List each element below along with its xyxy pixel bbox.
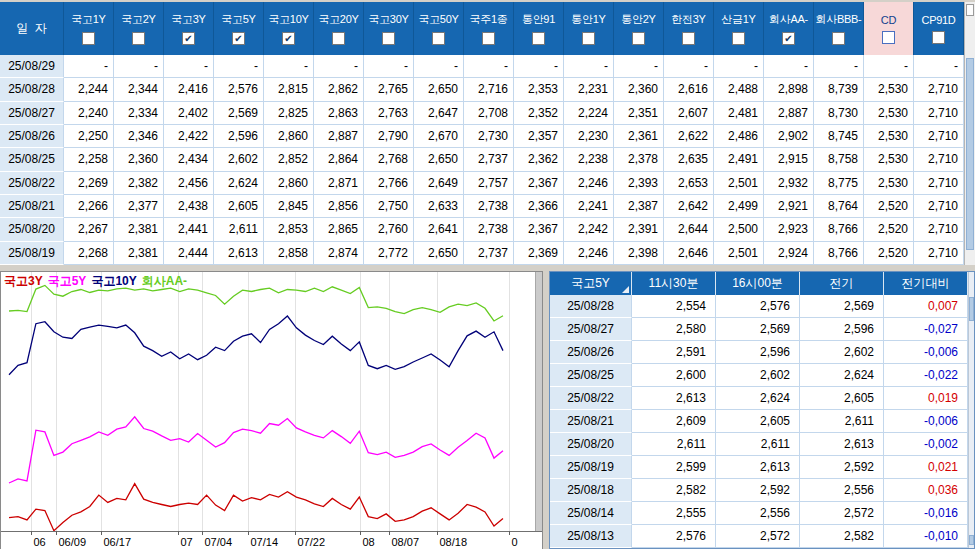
detail-column-header[interactable]: 국고5Y (550, 272, 632, 295)
date-cell: 25/08/22 (0, 172, 64, 195)
column-header[interactable]: 국고30Y (364, 2, 414, 55)
value-cell: 2,555 (632, 502, 716, 525)
column-label: 국고5Y (221, 12, 255, 27)
column-checkbox[interactable] (632, 32, 645, 45)
column-header[interactable]: CD (864, 2, 914, 55)
value-cell: 2,710 (914, 102, 964, 125)
table-row[interactable]: 25/08/192,2682,3812,4442,6132,8582,8742,… (0, 242, 964, 265)
column-header[interactable]: CP91D (914, 2, 964, 55)
table-row[interactable]: 25/08/212,6092,6052,611-0,006 (550, 410, 968, 433)
value-cell: 2,887 (314, 125, 364, 148)
value-cell: 2,932 (764, 172, 814, 195)
table-row[interactable]: 25/08/192,5992,6132,5920,021 (550, 456, 968, 479)
value-cell: 2,591 (632, 341, 716, 364)
column-checkbox[interactable] (832, 32, 845, 45)
column-header[interactable]: 국고1Y (64, 2, 114, 55)
column-checkbox[interactable] (432, 32, 445, 45)
column-checkbox[interactable] (382, 32, 395, 45)
table-row[interactable]: 25/08/282,2442,3442,4162,5762,8152,8622,… (0, 78, 964, 101)
table-row[interactable]: 25/08/262,2502,3462,4222,5962,8602,8872,… (0, 125, 964, 148)
column-header[interactable]: 통안91 (514, 2, 564, 55)
table-row[interactable]: 25/08/272,2402,3342,4022,5692,8252,8632,… (0, 102, 964, 125)
column-checkbox[interactable]: ✔ (182, 32, 195, 45)
value-cell: 8,745 (814, 125, 864, 148)
x-axis-label: 0 (512, 536, 518, 548)
table-row[interactable]: 25/08/262,5912,5962,602-0,006 (550, 341, 968, 364)
detail-scrollbar-thumb[interactable] (969, 297, 974, 321)
value-cell: 2,530 (864, 102, 914, 125)
column-header[interactable]: 국고5Y✔ (214, 2, 264, 55)
table-row[interactable]: 25/08/252,2582,3602,4342,6022,8522,8642,… (0, 148, 964, 171)
column-checkbox[interactable] (532, 32, 545, 45)
table-row[interactable]: 25/08/272,5802,5692,596-0,027 (550, 318, 968, 341)
value-cell: 2,231 (564, 78, 614, 101)
value-cell: - (64, 55, 114, 78)
column-checkbox[interactable] (332, 32, 345, 45)
column-checkbox[interactable] (582, 32, 595, 45)
value-cell: 2,592 (716, 479, 800, 502)
detail-column-header[interactable]: 11시30분 (632, 272, 716, 295)
column-header[interactable]: 통안2Y (614, 2, 664, 55)
value-cell: - (814, 55, 864, 78)
column-checkbox[interactable]: ✔ (782, 32, 795, 45)
column-header[interactable]: 회사BBB- (814, 2, 864, 55)
detail-column-header[interactable]: 전기 (800, 272, 884, 295)
table-row[interactable]: 25/08/202,6112,6112,613-0,002 (550, 433, 968, 456)
value-cell: 2,230 (564, 125, 614, 148)
column-checkbox[interactable]: ✔ (232, 32, 245, 45)
column-checkbox[interactable] (82, 32, 95, 45)
table-row[interactable]: 25/08/212,2662,3772,4382,6052,8452,8562,… (0, 195, 964, 218)
column-checkbox[interactable] (482, 32, 495, 45)
value-cell: 2,915 (764, 148, 814, 171)
column-checkbox[interactable] (132, 32, 145, 45)
column-header[interactable]: 국고3Y✔ (164, 2, 214, 55)
column-header[interactable]: 통안1Y (564, 2, 614, 55)
value-cell: 2,258 (64, 148, 114, 171)
date-column-header[interactable]: 일 자 (0, 2, 64, 55)
table-row[interactable]: 25/08/132,5762,5722,582-0,010 (550, 525, 968, 548)
column-label: 국고10Y (268, 12, 308, 27)
date-cell: 25/08/26 (0, 125, 64, 148)
table-row[interactable]: 25/08/222,2692,3822,4562,6242,8602,8712,… (0, 172, 964, 195)
table-row[interactable]: 25/08/182,5822,5922,5560,036 (550, 479, 968, 502)
table-row[interactable]: 25/08/202,2672,3812,4412,6112,8532,8652,… (0, 218, 964, 241)
value-cell: 2,853 (264, 218, 314, 241)
column-header[interactable]: 국고50Y (414, 2, 464, 55)
top-scrollbar-thumb[interactable] (966, 58, 974, 250)
column-header[interactable]: 국고10Y✔ (264, 2, 314, 55)
value-cell: 2,501 (714, 172, 764, 195)
value-cell: 2,860 (264, 125, 314, 148)
table-row[interactable]: 25/08/282,5542,5762,5690,007 (550, 295, 968, 318)
date-cell: 25/08/29 (0, 55, 64, 78)
column-header[interactable]: 산금1Y (714, 2, 764, 55)
column-checkbox[interactable] (732, 32, 745, 45)
table-row[interactable]: 25/08/29------------------ (0, 55, 964, 78)
column-checkbox[interactable]: ✔ (282, 32, 295, 45)
value-cell: 2,360 (614, 78, 664, 101)
column-checkbox[interactable] (932, 31, 945, 44)
column-checkbox[interactable] (882, 31, 895, 44)
top-table-scrollbar[interactable] (964, 2, 975, 265)
value-cell: 2,334 (114, 102, 164, 125)
column-header[interactable]: 국고2Y (114, 2, 164, 55)
column-header[interactable]: 국고20Y (314, 2, 364, 55)
column-label: 회사AA- (769, 12, 808, 27)
column-checkbox[interactable] (682, 32, 695, 45)
detail-table-body: 25/08/282,5542,5762,5690,00725/08/272,58… (550, 295, 968, 548)
column-header[interactable]: 회사AA-✔ (764, 2, 814, 55)
value-cell: 2,369 (514, 242, 564, 265)
value-cell: 2,592 (800, 456, 884, 479)
column-header[interactable]: 국주1종 (464, 2, 514, 55)
scroll-up-button[interactable] (966, 4, 974, 16)
detail-table-scrollbar[interactable] (968, 272, 974, 548)
value-cell: 2,500 (714, 218, 764, 241)
column-header[interactable]: 한전3Y (664, 2, 714, 55)
value-cell: 2,607 (664, 102, 714, 125)
detail-scrollbar-thumb-lower[interactable] (969, 535, 974, 545)
detail-column-header[interactable]: 전기대비 (884, 272, 968, 295)
table-row[interactable]: 25/08/222,6132,6242,6050,019 (550, 387, 968, 410)
table-row[interactable]: 25/08/142,5552,5562,572-0,016 (550, 502, 968, 525)
value-cell: 2,520 (864, 242, 914, 265)
table-row[interactable]: 25/08/252,6002,6022,624-0,022 (550, 364, 968, 387)
detail-column-header[interactable]: 16시00분 (716, 272, 800, 295)
